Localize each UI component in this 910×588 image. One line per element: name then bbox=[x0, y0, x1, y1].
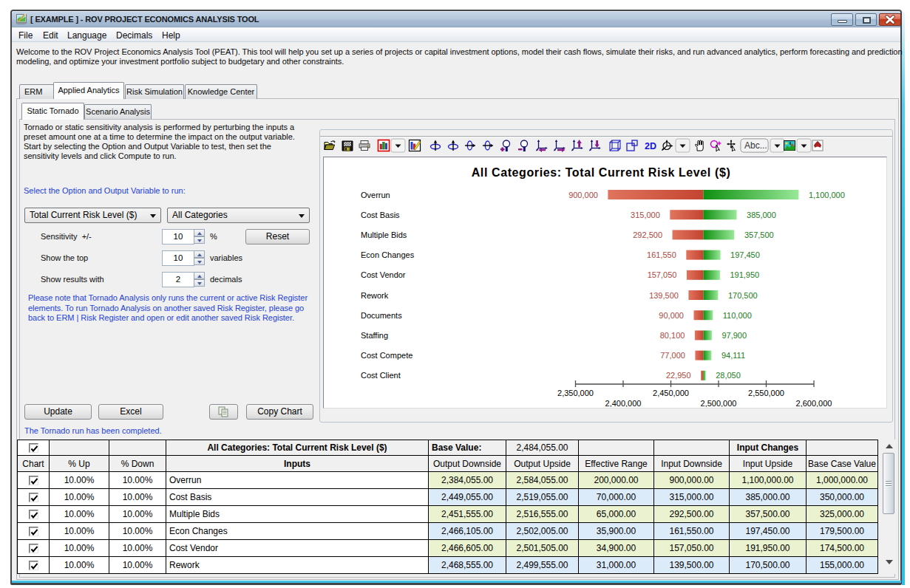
svg-text:2,400,000: 2,400,000 bbox=[605, 399, 642, 407]
svg-text:2D: 2D bbox=[645, 141, 656, 151]
svg-text:Documents: Documents bbox=[361, 311, 402, 320]
svg-text:2,450,000: 2,450,000 bbox=[653, 389, 689, 397]
svg-text:191,950: 191,950 bbox=[730, 270, 759, 279]
svg-text:170,500: 170,500 bbox=[728, 291, 758, 300]
svg-text:2,550,000: 2,550,000 bbox=[748, 389, 784, 397]
svg-text:77,000: 77,000 bbox=[660, 351, 685, 360]
svg-text:Cost Basis: Cost Basis bbox=[361, 211, 400, 219]
svg-text:Rework: Rework bbox=[361, 291, 389, 300]
svg-text:315,000: 315,000 bbox=[631, 211, 660, 219]
svg-text:161,550: 161,550 bbox=[647, 250, 676, 259]
svg-text:90,000: 90,000 bbox=[659, 311, 684, 320]
svg-text:28,050: 28,050 bbox=[716, 371, 741, 380]
svg-text:94,111: 94,111 bbox=[721, 351, 745, 360]
svg-text:Cost Client: Cost Client bbox=[361, 371, 401, 380]
svg-text:292,500: 292,500 bbox=[633, 230, 662, 239]
svg-text:All Categories: Total Current: All Categories: Total Current Risk Level… bbox=[472, 166, 731, 179]
svg-text:Econ Changes: Econ Changes bbox=[361, 250, 415, 259]
svg-text:2,500,000: 2,500,000 bbox=[701, 399, 737, 407]
svg-text:139,500: 139,500 bbox=[649, 291, 679, 300]
svg-text:Multiple Bids: Multiple Bids bbox=[361, 230, 407, 239]
svg-text:Cost Vendor: Cost Vendor bbox=[361, 270, 406, 279]
svg-text:22,950: 22,950 bbox=[666, 371, 691, 380]
svg-text:97,900: 97,900 bbox=[721, 331, 747, 340]
svg-text:2,600,000: 2,600,000 bbox=[796, 399, 832, 407]
svg-text:Overrun: Overrun bbox=[361, 191, 390, 199]
svg-text:Staffing: Staffing bbox=[361, 331, 388, 340]
svg-text:900,000: 900,000 bbox=[568, 191, 598, 199]
svg-text:110,000: 110,000 bbox=[723, 311, 752, 320]
svg-text:1,100,000: 1,100,000 bbox=[809, 191, 845, 199]
svg-text:2,350,000: 2,350,000 bbox=[557, 389, 594, 397]
svg-text:Cost Compete: Cost Compete bbox=[361, 351, 412, 360]
svg-text:157,050: 157,050 bbox=[648, 270, 677, 279]
svg-text:357,500: 357,500 bbox=[744, 230, 774, 239]
svg-text:385,000: 385,000 bbox=[747, 211, 776, 219]
svg-text:80,100: 80,100 bbox=[660, 331, 685, 340]
svg-text:Abc...: Abc... bbox=[744, 140, 767, 151]
svg-text:197,450: 197,450 bbox=[730, 250, 760, 259]
